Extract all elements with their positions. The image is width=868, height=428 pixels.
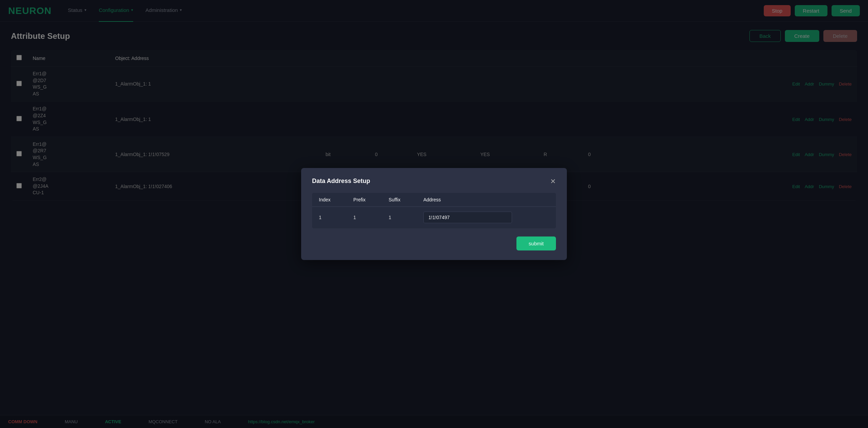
modal-header-address: Address	[417, 193, 556, 207]
modal-overlay[interactable]: Data Address Setup ✕ Index Prefix Suffix…	[0, 0, 868, 428]
modal-header: Data Address Setup ✕	[312, 178, 556, 185]
modal-row-prefix: 1	[346, 207, 382, 228]
modal-title: Data Address Setup	[312, 178, 370, 185]
modal-address-input[interactable]	[423, 212, 512, 223]
modal-footer: submit	[312, 236, 556, 250]
modal-row-index: 1	[312, 207, 346, 228]
submit-button[interactable]: submit	[516, 236, 556, 250]
modal-table-row: 1 1 1	[312, 207, 556, 228]
modal-close-button[interactable]: ✕	[550, 178, 556, 185]
modal-dialog: Data Address Setup ✕ Index Prefix Suffix…	[301, 168, 567, 260]
modal-table: Index Prefix Suffix Address 1 1 1	[312, 193, 556, 228]
modal-header-index: Index	[312, 193, 346, 207]
modal-table-header-row: Index Prefix Suffix Address	[312, 193, 556, 207]
modal-row-address	[417, 207, 556, 228]
modal-row-suffix: 1	[382, 207, 417, 228]
modal-header-suffix: Suffix	[382, 193, 417, 207]
modal-header-prefix: Prefix	[346, 193, 382, 207]
